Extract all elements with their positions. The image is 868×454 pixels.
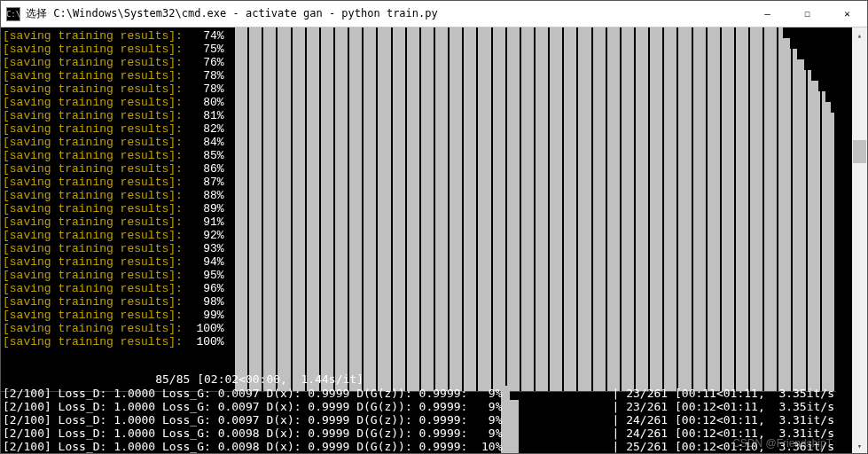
progress-stripe (793, 27, 807, 391)
saving-line: [saving training results]: (3, 269, 183, 282)
saving-line: [saving training results]: (3, 162, 183, 176)
saving-line: [saving training results]: (3, 295, 183, 309)
progress-stripe (435, 27, 450, 391)
saving-line: [saving training results]: (3, 82, 183, 96)
progress-stripe (678, 27, 692, 391)
progress-stripe (421, 27, 435, 391)
saving-line: [saving training results]: (3, 29, 183, 43)
saving-line: [saving training results]: (3, 189, 183, 202)
step-cutout (790, 38, 836, 49)
progress-stripe (593, 27, 607, 391)
cmd-window: C:\ 选择 C:\Windows\System32\cmd.exe - act… (0, 0, 868, 454)
step-cutout (831, 102, 836, 113)
step-cutout (818, 81, 836, 91)
progress-stripe (750, 27, 764, 391)
progress-stripe (235, 27, 249, 391)
progress-stripe (378, 27, 392, 391)
loss-output-right: | 23/261 [00:11<01:11, 3.35it/s | 23/261… (613, 387, 834, 453)
loss-output-left: [2/100] Loss_D: 1.0000 Loss_G: 0.0097 D(… (3, 387, 503, 453)
progress-stripe (722, 27, 736, 391)
progress-stripe (307, 27, 321, 391)
progress-stripe (335, 27, 349, 391)
progress-stripe (293, 27, 307, 391)
progress-stripe (636, 27, 650, 391)
progress-stripe (607, 27, 622, 391)
close-button[interactable]: ✕ (827, 1, 867, 27)
progress-stripe (778, 27, 793, 391)
minimize-button[interactable]: — (747, 1, 787, 27)
progress-stripe (708, 27, 722, 391)
scroll-thumb[interactable] (853, 140, 866, 163)
progress-stripe (450, 27, 464, 391)
saving-line: [saving training results]: (3, 149, 183, 162)
saving-line: [saving training results]: (3, 322, 183, 335)
progress-stripe (393, 27, 407, 391)
window-title: 选择 C:\Windows\System32\cmd.exe - activat… (26, 6, 747, 21)
saving-line: [saving training results]: (3, 202, 183, 215)
window-controls: — ☐ ✕ (747, 1, 867, 27)
progress-stripe (349, 27, 364, 391)
scroll-up-icon[interactable]: ▴ (852, 27, 867, 43)
scroll-down-icon[interactable]: ▾ (852, 438, 867, 453)
saving-lines: [saving training results]: 74% [saving t… (3, 29, 224, 348)
mini-progress-block (510, 400, 519, 453)
progress-block (235, 27, 836, 391)
progress-stripe (493, 27, 507, 391)
step-cutout (783, 27, 836, 38)
progress-stripe (536, 27, 550, 391)
progress-stripe (263, 27, 278, 391)
vertical-scrollbar[interactable]: ▴ ▾ (852, 27, 867, 453)
saving-line: [saving training results]: (3, 43, 183, 56)
saving-line: [saving training results]: (3, 96, 183, 109)
step-cutout (804, 59, 836, 70)
saving-line: [saving training results]: (3, 56, 183, 69)
progress-stripe (764, 27, 778, 391)
progress-stripe (564, 27, 578, 391)
scroll-track[interactable] (852, 43, 867, 438)
saving-line: [saving training results]: (3, 176, 183, 189)
progress-stripe (578, 27, 592, 391)
progress-stripe (622, 27, 636, 391)
progress-stripe (507, 27, 521, 391)
client-area: [saving training results]: 74% [saving t… (1, 27, 867, 453)
progress-stripe (736, 27, 750, 391)
iter-status: 85/85 [02:02<00:00, 1.44s/it] (3, 372, 364, 386)
saving-line: [saving training results]: (3, 215, 183, 229)
saving-line: [saving training results]: (3, 122, 183, 136)
progress-stripe (521, 27, 536, 391)
saving-line: [saving training results]: (3, 229, 183, 242)
progress-stripe (464, 27, 478, 391)
progress-stripe (664, 27, 678, 391)
progress-stripe (321, 27, 335, 391)
terminal-output[interactable]: [saving training results]: 74% [saving t… (1, 27, 852, 453)
cmd-icon: C:\ (6, 7, 20, 21)
progress-stripe (249, 27, 263, 391)
step-cutout (811, 70, 836, 81)
progress-stripe (650, 27, 664, 391)
saving-line: [saving training results]: (3, 242, 183, 255)
step-cutout (825, 91, 836, 102)
progress-stripe (407, 27, 421, 391)
saving-line: [saving training results]: (3, 282, 183, 295)
maximize-button[interactable]: ☐ (787, 1, 827, 27)
saving-line: [saving training results]: (3, 335, 183, 348)
saving-line: [saving training results]: (3, 309, 183, 322)
progress-stripe (278, 27, 292, 391)
saving-line: [saving training results]: (3, 136, 183, 149)
progress-stripe (478, 27, 492, 391)
saving-line: [saving training results]: (3, 255, 183, 269)
saving-line: [saving training results]: (3, 109, 183, 122)
progress-stripe (693, 27, 708, 391)
title-bar[interactable]: C:\ 选择 C:\Windows\System32\cmd.exe - act… (1, 1, 867, 27)
progress-stripe (550, 27, 564, 391)
step-cutout (797, 49, 836, 59)
progress-stripe (364, 27, 378, 391)
saving-line: [saving training results]: (3, 69, 183, 82)
